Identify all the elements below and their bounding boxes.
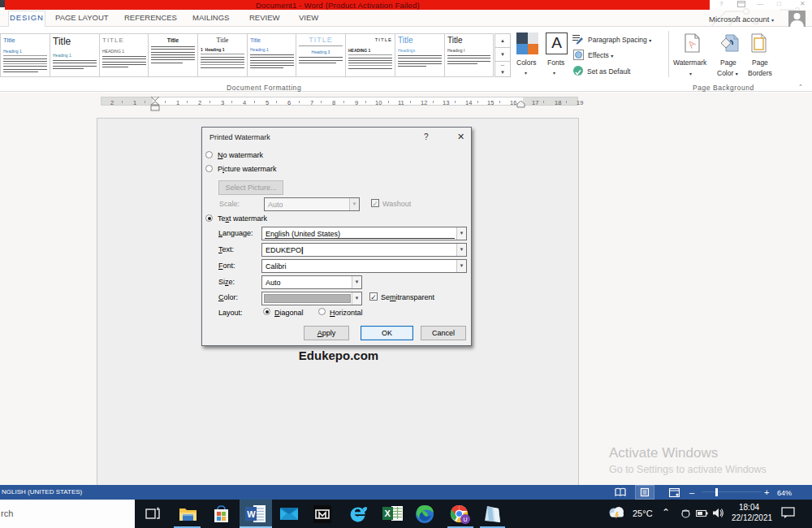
svg-text:W: W	[247, 509, 256, 519]
svg-text:U: U	[464, 517, 468, 522]
svg-text:X: X	[385, 509, 391, 518]
